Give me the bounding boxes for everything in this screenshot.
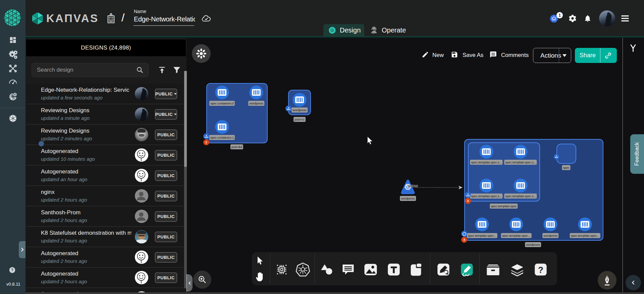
svg-text:?: ?	[538, 265, 543, 275]
svg-text:?: ?	[11, 268, 13, 272]
